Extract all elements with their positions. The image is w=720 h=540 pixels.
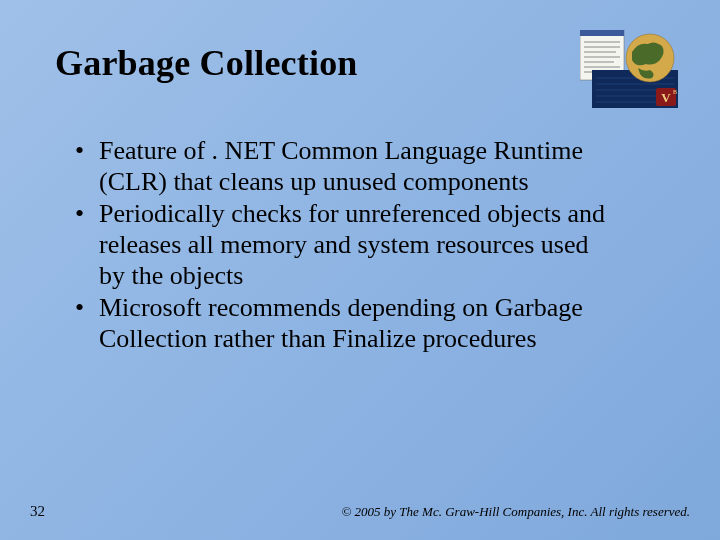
slide: Garbage Collection <box>0 0 720 540</box>
corner-graphic: V B <box>580 30 678 108</box>
globe-computer-icon: V B <box>580 30 678 108</box>
svg-rect-1 <box>580 30 624 36</box>
bullet-item: Microsoft recommends depending on Garbag… <box>79 293 615 354</box>
bullet-item: Feature of . NET Common Language Runtime… <box>79 136 615 197</box>
bullet-list: Feature of . NET Common Language Runtime… <box>55 136 615 355</box>
page-number: 32 <box>30 503 45 520</box>
bullet-item: Periodically checks for unreferenced obj… <box>79 199 615 291</box>
svg-text:B: B <box>673 89 677 95</box>
copyright: © 2005 by The Mc. Graw-Hill Companies, I… <box>341 504 690 520</box>
svg-text:V: V <box>661 90 671 105</box>
slide-title: Garbage Collection <box>55 42 670 84</box>
